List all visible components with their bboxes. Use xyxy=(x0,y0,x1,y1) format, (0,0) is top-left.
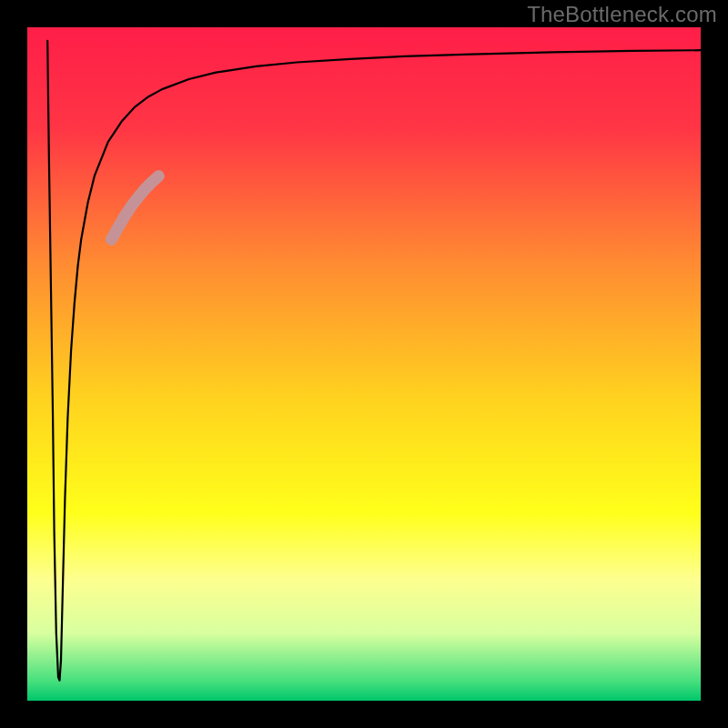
plot-background xyxy=(27,27,701,701)
watermark-text: TheBottleneck.com xyxy=(527,2,717,27)
chart-svg xyxy=(0,0,728,728)
chart-frame: TheBottleneck.com xyxy=(0,0,728,728)
